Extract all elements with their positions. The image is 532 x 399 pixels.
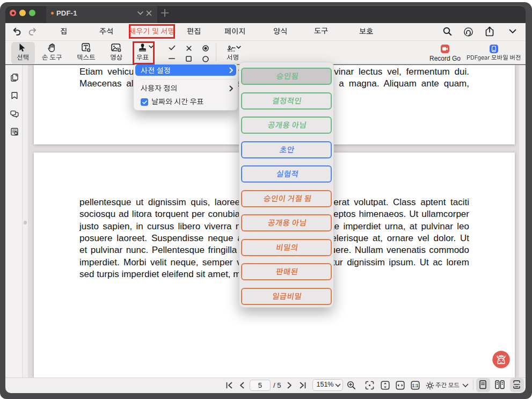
- svg-text:1:1: 1:1: [412, 383, 419, 388]
